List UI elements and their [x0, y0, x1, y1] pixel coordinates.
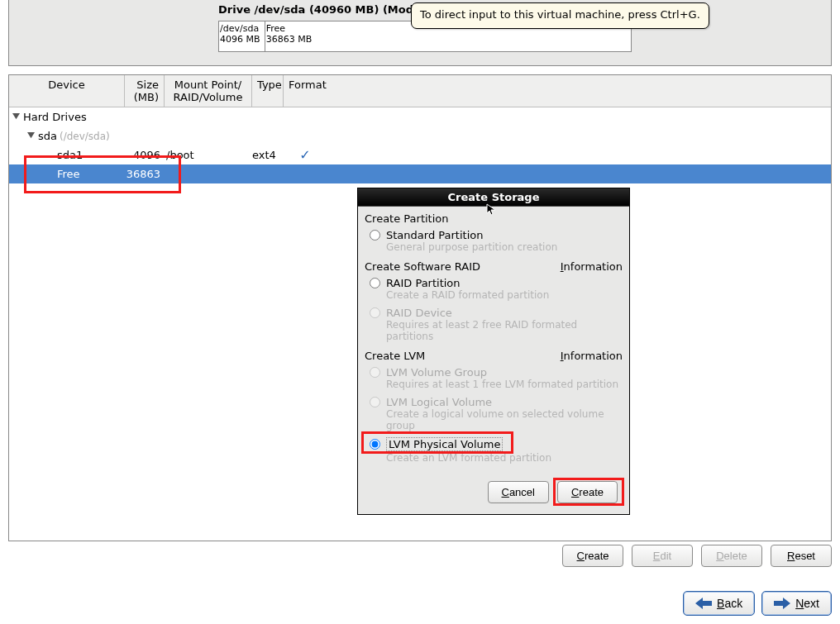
back-button[interactable]: Back	[683, 591, 755, 616]
option-lvm-lv: LVM Logical Volume	[365, 394, 623, 408]
tree-free-row[interactable]: Free 36863	[9, 164, 831, 183]
drive-title: Drive /dev/sda (40960 MB) (Model:	[218, 3, 429, 16]
dialog-create-button[interactable]: Create	[557, 481, 618, 503]
col-format[interactable]: Format	[284, 75, 327, 107]
expand-icon[interactable]	[12, 113, 20, 121]
raid-info-link[interactable]: IInformationnformation	[561, 260, 623, 273]
hint-lvm-vg: Requires at least 1 free LVM formated pa…	[365, 379, 623, 394]
col-type[interactable]: Type	[252, 75, 284, 107]
expand-icon[interactable]	[27, 132, 35, 140]
column-headers: Device Size (MB) Mount Point/ RAID/Volum…	[9, 75, 831, 107]
hint-lvm-pv: Create an LVM formated partition	[365, 452, 623, 468]
create-button[interactable]: Create	[562, 545, 623, 567]
partition-panel: Device Size (MB) Mount Point/ RAID/Volum…	[8, 74, 832, 541]
lvm-info-link[interactable]: Information	[561, 350, 623, 362]
arrow-right-icon	[774, 598, 790, 609]
hint-raid-partition: Create a RAID formated partition	[365, 289, 623, 305]
reset-button[interactable]: Reset	[771, 545, 832, 567]
next-button[interactable]: Next	[761, 591, 832, 616]
create-storage-dialog: Create Storage Create Partition Standard…	[357, 188, 630, 515]
radio-lvm-vg	[370, 367, 380, 378]
radio-lvm-pv[interactable]	[370, 439, 380, 450]
svg-marker-0	[12, 113, 20, 119]
radio-raid-partition[interactable]	[370, 278, 380, 288]
panel-actions: Create Edit Delete Reset	[8, 545, 832, 567]
section-create-raid: Create Software RAID	[365, 260, 480, 273]
col-size[interactable]: Size (MB)	[125, 75, 165, 107]
dialog-cancel-button[interactable]: Cancel	[488, 481, 549, 503]
edit-button: Edit	[632, 545, 693, 567]
vm-input-tooltip: To direct input to this virtual machine,…	[411, 2, 709, 29]
hint-raid-device: Requires at least 2 free RAID formated p…	[365, 319, 623, 346]
option-standard-partition[interactable]: Standard Partition	[365, 227, 623, 241]
drive-seg-sda1: /dev/sda 4096 MB	[219, 21, 265, 51]
tree-disk-label: sda	[38, 130, 57, 142]
hint-lvm-lv: Create a logical volume on selected volu…	[365, 408, 623, 436]
option-raid-partition[interactable]: RAID Partition	[365, 275, 623, 289]
hint-standard-partition: General purpose partition creation	[365, 241, 623, 257]
tree-disk-row[interactable]: sda (/dev/sda)	[9, 126, 831, 145]
svg-marker-2	[695, 598, 712, 609]
dialog-titlebar[interactable]: Create Storage	[358, 188, 629, 207]
delete-button: Delete	[701, 545, 762, 567]
tree-root-row[interactable]: Hard Drives	[9, 107, 831, 126]
arrow-left-icon	[695, 598, 712, 609]
option-lvm-vg: LVM Volume Group	[365, 364, 623, 379]
tree-partition-row[interactable]: sda1 4096 /boot ext4 ✓	[9, 145, 831, 164]
col-mount[interactable]: Mount Point/ RAID/Volume	[165, 75, 252, 107]
tree-root-label: Hard Drives	[23, 111, 87, 123]
option-lvm-pv[interactable]: LVM Physical Volume	[365, 436, 503, 451]
check-icon: ✓	[299, 147, 310, 163]
radio-standard-partition[interactable]	[370, 230, 380, 241]
option-raid-device: RAID Device	[365, 305, 623, 319]
radio-lvm-lv	[370, 397, 380, 407]
wizard-nav: Back Next	[8, 591, 832, 616]
section-create-partition: Create Partition	[365, 212, 623, 225]
tree-disk-path: (/dev/sda)	[60, 131, 110, 142]
col-device[interactable]: Device	[9, 75, 125, 107]
partition-tree[interactable]: Hard Drives sda (/dev/sda) sda1 4096 /bo…	[9, 107, 831, 183]
svg-marker-1	[27, 132, 35, 138]
section-create-lvm: Create LVM	[365, 350, 425, 362]
radio-raid-device	[370, 307, 380, 318]
svg-marker-3	[774, 598, 790, 609]
